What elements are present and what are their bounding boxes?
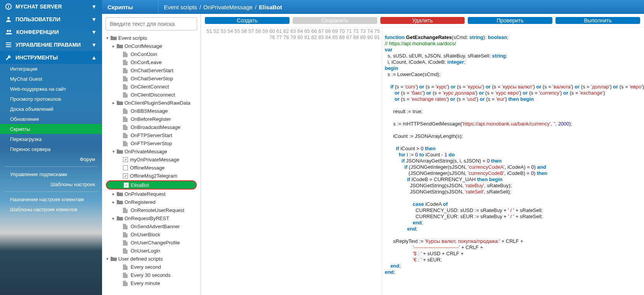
tree-expander-icon[interactable]: ▾ [104, 256, 111, 261]
tree-expander-icon[interactable]: ▸ [111, 192, 117, 197]
tree-item[interactable]: OnUserChangeProfile [102, 239, 201, 247]
tree-item[interactable]: ▸OnRequestByREST [102, 214, 201, 222]
tree-expander-icon[interactable]: ▸ [111, 44, 117, 49]
checkbox[interactable]: ✓ [123, 157, 128, 162]
sidebar-item[interactable]: Просмотр протоколов [0, 94, 102, 104]
tree-item[interactable]: OnChatServerStop [102, 75, 201, 83]
sidebar-forum-link[interactable]: Форум [0, 154, 102, 164]
sidebar-item[interactable]: Перенос сервера [0, 144, 102, 154]
check-button[interactable]: Проверить [468, 17, 552, 24]
tree-item[interactable]: OnClientDisconnect [102, 91, 201, 99]
svg-rect-7 [6, 44, 11, 45]
search-input[interactable] [110, 21, 193, 27]
main-area: Скрипты Event scripts / OnPrivateMessage… [102, 0, 644, 295]
sidebar-item[interactable]: Перезагрузка [0, 134, 102, 144]
tree-item[interactable]: ▾Event scripts [102, 34, 201, 42]
file-icon [123, 141, 129, 146]
save-button[interactable]: Сохранить [293, 17, 377, 24]
tree-item-label: User defined scripts [118, 256, 163, 262]
tree-item-label: OnBBSMessage [131, 108, 168, 114]
delete-button[interactable]: Удалить [380, 17, 465, 24]
sidebar-templates-link[interactable]: Шаблоны настроек [0, 179, 102, 189]
tree-expander-icon[interactable]: ▸ [111, 200, 117, 205]
code-panel: Создать Сохранить Удалить Проверить Выпо… [201, 14, 644, 295]
tree-item[interactable]: Every second [102, 263, 201, 271]
tree-item-label: OfflineMessage [130, 165, 165, 171]
folder-icon [111, 256, 117, 262]
sidebar-section-mychat[interactable]: MYCHAT SERVER▼ [0, 0, 102, 13]
tree-item-label: OnFTPServerStop [131, 141, 172, 146]
tree-item[interactable]: OnUserBlock [102, 231, 201, 239]
tree-item[interactable]: OnFTPServerStop [102, 139, 201, 148]
sidebar-section-tools[interactable]: ИНСТРУМЕНТЫ▲ [0, 51, 102, 64]
tree-item-label: OnUserBlock [131, 232, 160, 237]
tree-item[interactable]: OnClientConnect [102, 83, 201, 91]
tree-item[interactable]: ▸OnRegistered [102, 198, 201, 206]
create-button[interactable]: Создать [205, 17, 290, 24]
script-tree[interactable]: ▾Event scripts▸OnConfMessageOnConfJoinOn… [102, 34, 201, 295]
sidebar-item[interactable]: Доска объявлений [0, 104, 102, 114]
folder-icon [117, 192, 123, 197]
tree-item[interactable]: OnConfLeave [102, 58, 201, 66]
file-icon [123, 273, 129, 278]
tree-expander-icon[interactable]: ▸ [111, 216, 117, 221]
tree-expander-icon[interactable]: ▾ [111, 149, 117, 154]
sidebar-item-client-templates[interactable]: Шаблоны настроек клиентов [0, 204, 102, 214]
tree-expander-icon[interactable]: ▾ [104, 36, 111, 41]
sidebar-item[interactable]: Скрипты [0, 124, 102, 134]
tree-item[interactable]: OnBBSMessage [102, 107, 201, 115]
file-icon [123, 84, 129, 90]
tree-expander-icon[interactable]: ▸ [111, 100, 117, 105]
tree-item-label: OnRequestByREST [124, 215, 169, 221]
tree-item[interactable]: ▾User defined scripts [102, 255, 201, 263]
tree-item[interactable]: ▸OnConfMessage [102, 42, 201, 50]
tree-item[interactable]: OnBroadcastMessage [102, 123, 201, 131]
breadcrumb-part[interactable]: Event scripts [164, 4, 197, 10]
sidebar-item[interactable]: Web-поддержка на сайт [0, 84, 102, 94]
sidebar-item-subscriptions[interactable]: Управление подписками [0, 169, 102, 179]
tree-item-label: OnPrivateMessage [124, 149, 167, 154]
tree-item[interactable]: OfflineMessage [102, 164, 201, 172]
sidebar-item-client-assign[interactable]: Назначение настроек клиентам [0, 194, 102, 204]
code-content[interactable]: function GetExchangeRates(sCmd: string):… [382, 27, 644, 295]
tree-item[interactable]: Every 30 seconds [102, 271, 201, 279]
tree-item[interactable]: ▸OnClientPluginSendRawData [102, 99, 201, 107]
tree-item[interactable]: OnBeforeRegister [102, 115, 201, 123]
tree-item[interactable]: Every minute [102, 279, 201, 287]
topbar: Скрипты Event scripts / OnPrivateMessage… [102, 0, 644, 14]
tree-item[interactable]: OnUserLogin [102, 247, 201, 255]
tree-item[interactable]: ▾OnPrivateMessage [102, 148, 201, 156]
file-icon [123, 117, 129, 122]
sidebar-section-users[interactable]: ПОЛЬЗОВАТЕЛИ▼ [0, 13, 102, 25]
file-icon [123, 92, 129, 98]
tree-item[interactable]: OnConfJoin [102, 50, 201, 58]
checkbox[interactable] [123, 165, 128, 170]
sidebar-section-conf[interactable]: КОНФЕРЕНЦИИ▼ [0, 25, 102, 38]
run-button[interactable]: Выполнить [555, 17, 640, 24]
sidebar-section-rights[interactable]: УПРАВЛЕНИЕ ПРАВАМИ▼ [0, 38, 102, 51]
tree-item[interactable]: ▸OnPrivateRequest [102, 190, 201, 198]
tree-item[interactable]: OnSendAdvertBanner [102, 222, 201, 231]
sidebar-item[interactable]: MyChat Guest [0, 74, 102, 84]
tree-item[interactable]: OnChatServerStart [102, 66, 201, 75]
line-gutter: 51 52 53 54 55 56 57 58 59 60 61 62 63 6… [201, 27, 382, 295]
tree-item-label: OnConfJoin [131, 51, 157, 57]
folder-icon [117, 216, 123, 221]
file-icon [123, 281, 129, 286]
breadcrumb-part[interactable]: OnPrivateMessage [203, 4, 253, 10]
checkbox[interactable]: ✓ [124, 183, 129, 188]
tree-item[interactable]: ✓myOnPrivateMessage [102, 156, 201, 164]
sidebar-item[interactable]: Обновления [0, 114, 102, 124]
file-icon [123, 133, 129, 138]
folder-icon [117, 200, 123, 205]
tree-item-label: OnFTPServerStart [131, 132, 172, 138]
file-icon [123, 224, 129, 229]
tree-item[interactable]: OnRemoteUserRequest [102, 206, 201, 214]
search-input-wrap[interactable] [106, 17, 197, 31]
code-editor[interactable]: 51 52 53 54 55 56 57 58 59 60 61 62 63 6… [201, 27, 644, 295]
tree-item[interactable]: OnFTPServerStart [102, 131, 201, 139]
sidebar-item[interactable]: Интеграция [0, 64, 102, 74]
tree-item[interactable]: ✓OfflineMsg2Telegram [102, 172, 201, 180]
checkbox[interactable]: ✓ [123, 173, 128, 178]
tree-item-selected[interactable]: ✓ElisaBot [106, 180, 197, 190]
